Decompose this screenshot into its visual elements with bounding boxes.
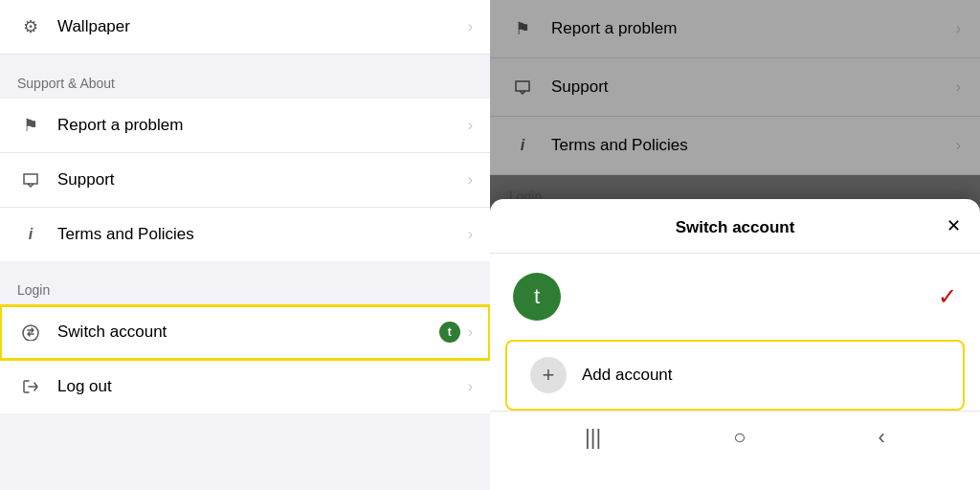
account-checkmark: ✓	[938, 283, 957, 310]
switch-account-modal: Switch account ✕ t ✓ + Add account |||	[490, 199, 980, 490]
terms-item[interactable]: i Terms and Policies ›	[0, 208, 490, 261]
svg-point-0	[23, 325, 38, 341]
report-label: Report a problem	[57, 116, 468, 135]
right-panel: ⚑ Report a problem › Support › i Terms a…	[490, 0, 980, 490]
support-chevron: ›	[468, 171, 473, 189]
account-initial: t	[534, 284, 540, 309]
modal-container: Switch account ✕ t ✓ + Add account |||	[490, 0, 980, 490]
modal-header: Switch account ✕	[490, 199, 980, 254]
wallpaper-chevron: ›	[468, 18, 473, 35]
logout-icon	[17, 373, 44, 400]
support-section-header: Support & About	[0, 55, 490, 99]
existing-account-row[interactable]: t ✓	[490, 254, 980, 340]
wallpaper-label: Wallpaper	[57, 17, 468, 36]
wallpaper-icon: ⚙	[17, 13, 44, 40]
nav-home-button[interactable]: ○	[714, 421, 765, 454]
add-account-icon: +	[530, 357, 567, 393]
wallpaper-item[interactable]: ⚙ Wallpaper ›	[0, 0, 490, 55]
left-panel: ⚙ Wallpaper › Support & About ⚑ Report a…	[0, 0, 490, 490]
report-chevron: ›	[468, 117, 473, 134]
login-items-list: Switch account t › Log out ›	[0, 305, 490, 413]
report-problem-item[interactable]: ⚑ Report a problem ›	[0, 99, 490, 153]
nav-home-indicator[interactable]: |||	[566, 421, 620, 454]
login-section-header: Login	[0, 261, 490, 305]
bottom-nav: ||| ○ ‹	[490, 411, 980, 461]
switch-account-item[interactable]: Switch account t ›	[0, 305, 490, 360]
report-icon: ⚑	[17, 112, 44, 139]
switch-account-label: Switch account	[57, 323, 439, 342]
support-items-list: ⚑ Report a problem › Support › i Terms a…	[0, 99, 490, 261]
add-account-label: Add account	[582, 366, 673, 385]
logout-chevron: ›	[468, 378, 473, 395]
terms-chevron: ›	[468, 226, 473, 243]
switch-icon	[17, 319, 44, 345]
account-badge: t	[439, 322, 460, 343]
logout-label: Log out	[57, 377, 468, 396]
terms-label: Terms and Policies	[57, 225, 468, 244]
support-item[interactable]: Support ›	[0, 153, 490, 208]
modal-title: Switch account	[676, 218, 795, 237]
nav-back-button[interactable]: ‹	[859, 421, 904, 454]
terms-icon: i	[17, 221, 44, 248]
logout-item[interactable]: Log out ›	[0, 360, 490, 413]
account-avatar: t	[513, 273, 561, 321]
support-label: Support	[57, 170, 468, 189]
add-account-row[interactable]: + Add account	[505, 340, 965, 411]
modal-close-button[interactable]: ✕	[947, 215, 961, 236]
support-icon	[17, 167, 44, 193]
switch-chevron: ›	[468, 323, 473, 341]
